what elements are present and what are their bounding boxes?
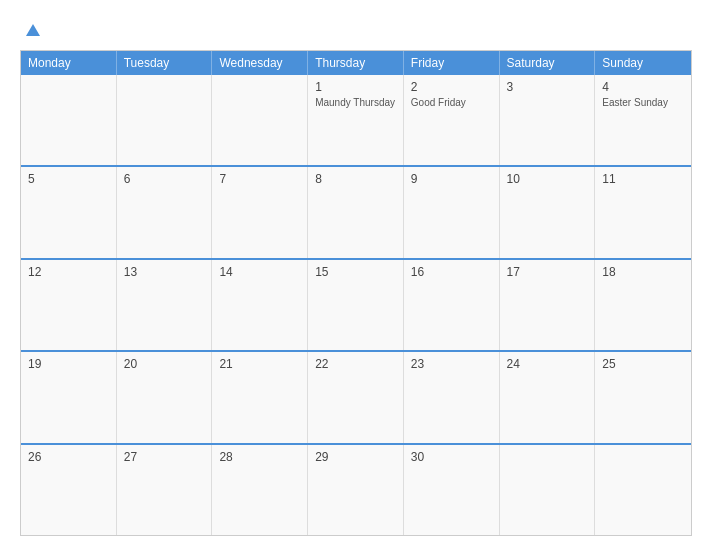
day-cell: 24 bbox=[500, 352, 596, 442]
day-number: 11 bbox=[602, 172, 684, 186]
calendar-weekday-headers: MondayTuesdayWednesdayThursdayFridaySatu… bbox=[21, 51, 691, 75]
calendar-row-2: 12131415161718 bbox=[21, 258, 691, 350]
day-cell: 5 bbox=[21, 167, 117, 257]
day-cell: 6 bbox=[117, 167, 213, 257]
day-number: 20 bbox=[124, 357, 205, 371]
day-number: 14 bbox=[219, 265, 300, 279]
page: MondayTuesdayWednesdayThursdayFridaySatu… bbox=[0, 0, 712, 550]
day-cell bbox=[117, 75, 213, 165]
day-number: 13 bbox=[124, 265, 205, 279]
day-cell: 14 bbox=[212, 260, 308, 350]
day-cell: 2Good Friday bbox=[404, 75, 500, 165]
day-cell: 22 bbox=[308, 352, 404, 442]
day-cell: 27 bbox=[117, 445, 213, 535]
calendar-row-3: 19202122232425 bbox=[21, 350, 691, 442]
day-number: 15 bbox=[315, 265, 396, 279]
weekday-header-sunday: Sunday bbox=[595, 51, 691, 75]
logo-icon bbox=[22, 18, 44, 40]
day-cell: 1Maundy Thursday bbox=[308, 75, 404, 165]
day-cell bbox=[500, 445, 596, 535]
day-event: Maundy Thursday bbox=[315, 96, 396, 109]
day-cell: 4Easter Sunday bbox=[595, 75, 691, 165]
day-cell bbox=[212, 75, 308, 165]
day-cell bbox=[595, 445, 691, 535]
day-number: 5 bbox=[28, 172, 109, 186]
day-number: 19 bbox=[28, 357, 109, 371]
weekday-header-thursday: Thursday bbox=[308, 51, 404, 75]
day-cell: 16 bbox=[404, 260, 500, 350]
day-event: Easter Sunday bbox=[602, 96, 684, 109]
calendar-row-0: 1Maundy Thursday2Good Friday34Easter Sun… bbox=[21, 75, 691, 165]
day-cell: 11 bbox=[595, 167, 691, 257]
day-number: 30 bbox=[411, 450, 492, 464]
day-event: Good Friday bbox=[411, 96, 492, 109]
calendar-header-section bbox=[20, 18, 692, 40]
day-number: 29 bbox=[315, 450, 396, 464]
day-cell: 10 bbox=[500, 167, 596, 257]
day-number: 28 bbox=[219, 450, 300, 464]
day-number: 6 bbox=[124, 172, 205, 186]
day-cell: 20 bbox=[117, 352, 213, 442]
day-number: 17 bbox=[507, 265, 588, 279]
day-number: 2 bbox=[411, 80, 492, 94]
calendar-body: 1Maundy Thursday2Good Friday34Easter Sun… bbox=[21, 75, 691, 535]
day-number: 24 bbox=[507, 357, 588, 371]
day-cell: 25 bbox=[595, 352, 691, 442]
day-number: 22 bbox=[315, 357, 396, 371]
day-number: 4 bbox=[602, 80, 684, 94]
day-cell: 8 bbox=[308, 167, 404, 257]
weekday-header-saturday: Saturday bbox=[500, 51, 596, 75]
day-cell: 3 bbox=[500, 75, 596, 165]
weekday-header-tuesday: Tuesday bbox=[117, 51, 213, 75]
day-number: 21 bbox=[219, 357, 300, 371]
day-cell: 17 bbox=[500, 260, 596, 350]
calendar-row-1: 567891011 bbox=[21, 165, 691, 257]
day-cell: 23 bbox=[404, 352, 500, 442]
weekday-header-monday: Monday bbox=[21, 51, 117, 75]
day-cell: 29 bbox=[308, 445, 404, 535]
weekday-header-wednesday: Wednesday bbox=[212, 51, 308, 75]
day-cell: 28 bbox=[212, 445, 308, 535]
day-number: 8 bbox=[315, 172, 396, 186]
day-number: 23 bbox=[411, 357, 492, 371]
day-cell: 21 bbox=[212, 352, 308, 442]
day-cell: 30 bbox=[404, 445, 500, 535]
logo bbox=[20, 18, 44, 40]
day-cell: 18 bbox=[595, 260, 691, 350]
day-number: 9 bbox=[411, 172, 492, 186]
day-number: 3 bbox=[507, 80, 588, 94]
day-number: 1 bbox=[315, 80, 396, 94]
calendar-table: MondayTuesdayWednesdayThursdayFridaySatu… bbox=[20, 50, 692, 536]
day-cell: 13 bbox=[117, 260, 213, 350]
day-cell: 19 bbox=[21, 352, 117, 442]
day-number: 12 bbox=[28, 265, 109, 279]
day-number: 18 bbox=[602, 265, 684, 279]
day-number: 16 bbox=[411, 265, 492, 279]
svg-marker-0 bbox=[26, 24, 40, 36]
calendar-row-4: 2627282930 bbox=[21, 443, 691, 535]
day-number: 27 bbox=[124, 450, 205, 464]
day-number: 26 bbox=[28, 450, 109, 464]
day-number: 10 bbox=[507, 172, 588, 186]
day-cell: 9 bbox=[404, 167, 500, 257]
day-number: 25 bbox=[602, 357, 684, 371]
day-cell bbox=[21, 75, 117, 165]
day-cell: 7 bbox=[212, 167, 308, 257]
weekday-header-friday: Friday bbox=[404, 51, 500, 75]
day-number: 7 bbox=[219, 172, 300, 186]
day-cell: 26 bbox=[21, 445, 117, 535]
day-cell: 12 bbox=[21, 260, 117, 350]
day-cell: 15 bbox=[308, 260, 404, 350]
